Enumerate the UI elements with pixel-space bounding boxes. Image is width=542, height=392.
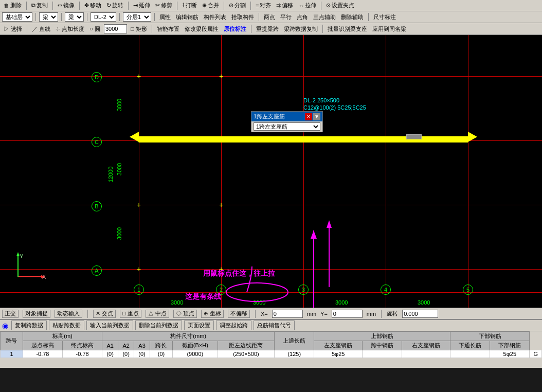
offset-btn[interactable]: ⇉偏移 (275, 1, 295, 10)
axis-4: 4 (381, 284, 391, 295)
axis-A: A (92, 265, 102, 276)
input-col-btn[interactable]: 输入当前列数据 (86, 320, 133, 330)
popup-dropdown-btn[interactable]: ▼ (313, 113, 320, 120)
add-point-btn[interactable]: ⊹ 点加长度 (54, 25, 86, 33)
intersection-btn[interactable]: ✕ 交点 (93, 310, 116, 318)
adj-start-btn[interactable]: 调整起始跨 (216, 320, 251, 330)
smart-place-btn[interactable]: 智能布置 (155, 25, 181, 33)
cross-2: + (137, 136, 141, 145)
layer-type-select[interactable]: 基础层 (2, 12, 32, 22)
vertex-btn[interactable]: ◇ 顶点 (173, 310, 197, 318)
property-btn[interactable]: 属性 (158, 13, 172, 22)
axis-D: D (92, 72, 102, 82)
coord-axis: X Y (10, 251, 46, 287)
sub-layer-select[interactable]: 分层1 (123, 12, 151, 22)
td-start-elev[interactable]: -0.78 (23, 350, 62, 358)
sep5 (177, 2, 177, 10)
td-right-seat[interactable] (450, 350, 490, 358)
copy-icon: ⧉ (31, 2, 35, 9)
beam-info-line2: C12@100(2) 5C25;5C25 (303, 104, 366, 111)
dim-v2: 3000 (116, 163, 122, 175)
align-btn[interactable]: ≡对齐 (254, 1, 273, 10)
no-offset-btn[interactable]: 不偏移 (228, 310, 250, 318)
break-btn[interactable]: ⌇打断 (180, 1, 198, 10)
popup-close-btn[interactable]: ✕ (305, 113, 312, 120)
mirror-icon: ⇔ (58, 2, 62, 9)
td-bot-long[interactable]: 5φ25 (490, 350, 530, 358)
td-a4[interactable]: (0) (150, 350, 173, 358)
del-col-btn[interactable]: 删除当前列数据 (135, 320, 182, 330)
component-list-btn[interactable]: 构件列表 (202, 13, 228, 22)
td-top-long[interactable]: 5φ25 (314, 350, 363, 358)
rotate-btn[interactable]: ↻旋转 (105, 1, 125, 10)
coord-btn[interactable]: ⊕ 坐标 (201, 310, 224, 318)
endpoint-btn[interactable]: □ 重点 (120, 310, 141, 318)
toolbar-third: ▷ 选择 ／ 直线 ⊹ 点加长度 ○ 圆 □ 矩形 智能布置 修改梁段属性 原位… (0, 23, 542, 35)
dynamic-input-btn[interactable]: 动态输入 (55, 310, 82, 318)
stretch-btn[interactable]: ↔拉伸 (297, 1, 318, 10)
split-btn[interactable]: ⊘分割 (227, 1, 247, 10)
apply-same-btn[interactable]: 应用到同名梁 (371, 25, 408, 33)
td-a2[interactable]: (0) (118, 350, 134, 358)
total-rebar-btn[interactable]: 总筋销售代号 (254, 320, 295, 330)
td-a1[interactable]: (0) (102, 350, 118, 358)
circle-btn[interactable]: ○ 圆 (88, 25, 102, 33)
page-settings-btn[interactable]: 页面设置 (184, 320, 214, 330)
del-aux-btn[interactable]: 删除辅助 (339, 13, 365, 22)
td-left-seat[interactable] (363, 350, 402, 358)
td-section[interactable]: (250×500) (218, 350, 274, 358)
merge-icon: ⊕ (202, 2, 207, 9)
layer-name-select[interactable]: 梁 (39, 12, 58, 22)
three-point-btn[interactable]: 三点辅助 (312, 13, 337, 22)
x-input[interactable] (272, 310, 303, 318)
merge-btn[interactable]: ⊕合并 (201, 1, 221, 10)
copy-span-btn[interactable]: 复制跨数据 (11, 320, 47, 330)
object-snap-btn[interactable]: 对象捕捉 (23, 310, 50, 318)
orthogonal-btn[interactable]: 正交 (2, 310, 19, 318)
td-end-elev[interactable]: -0.78 (63, 350, 102, 358)
align-icon: ≡ (256, 3, 259, 9)
point-angle-btn[interactable]: 点角 (295, 13, 310, 22)
rect-btn[interactable]: □ 矩形 (129, 25, 149, 33)
popup-content: 1跨左支座筋 (251, 121, 322, 132)
span-label-dialog[interactable]: 1跨左支座筋 ✕ ▼ 1跨左支座筋 (251, 111, 323, 132)
element-type-select[interactable]: 梁 (65, 12, 84, 22)
line-btn[interactable]: ／ 直线 (30, 25, 52, 33)
trim-btn[interactable]: ✂修剪 (154, 1, 174, 10)
parallel-btn[interactable]: 平行 (279, 13, 293, 22)
copy-btn[interactable]: ⧉复制 (30, 1, 49, 10)
element-name-select[interactable]: DL-2 (91, 12, 116, 22)
extend-btn[interactable]: ⇥延伸 (132, 1, 152, 10)
paste-span-btn[interactable]: 粘贴跨数据 (49, 320, 84, 330)
modify-segment-btn[interactable]: 修改梁段属性 (183, 25, 220, 33)
edit-rebar-btn[interactable]: 编辑钢筋 (174, 13, 200, 22)
td-a3[interactable]: (0) (134, 350, 150, 358)
select-btn[interactable]: ▷ 选择 (2, 25, 24, 33)
re-beam-btn[interactable]: 重提梁跨 (255, 25, 280, 33)
dim-btn[interactable]: 尺寸标注 (372, 13, 398, 22)
pick-component-btn[interactable]: 拾取构件 (230, 13, 256, 22)
mirror-btn[interactable]: ⇔镜像 (56, 1, 76, 10)
sep6 (224, 2, 224, 10)
span-copy-btn[interactable]: 梁跨数据复制 (282, 25, 319, 33)
th-start-elev: 起点标高 (23, 341, 62, 350)
td-bot-steel[interactable]: G (530, 350, 542, 358)
popup-select[interactable]: 1跨左支座筋 (254, 122, 320, 131)
td-span-len[interactable]: (9000) (172, 350, 218, 358)
rotate-input[interactable] (402, 310, 438, 318)
td-span-no[interactable]: 1 (1, 350, 23, 358)
move-btn[interactable]: ✥移动 (83, 1, 103, 10)
two-point-btn[interactable]: 两点 (262, 13, 277, 22)
original-label-btn[interactable]: 原位标注 (222, 25, 248, 33)
setpoint-btn[interactable]: ⊙设置夹点 (324, 1, 356, 10)
batch-id-btn[interactable]: 批量识别梁支座 (326, 25, 369, 33)
circle-value-input[interactable] (104, 24, 127, 33)
td-mid[interactable] (402, 350, 450, 358)
td-dist-left[interactable]: (125) (275, 350, 314, 358)
y-input[interactable] (332, 310, 363, 318)
delete-btn[interactable]: 🗑删除 (2, 1, 23, 10)
midpoint-btn[interactable]: △ 中点 (146, 310, 169, 318)
table-row[interactable]: 1 -0.78 -0.78 (0) (0) (0) (0) (9000) (25… (1, 350, 542, 358)
delete-icon: 🗑 (4, 3, 9, 9)
th-bot-long: 下通长筋 (450, 341, 490, 350)
